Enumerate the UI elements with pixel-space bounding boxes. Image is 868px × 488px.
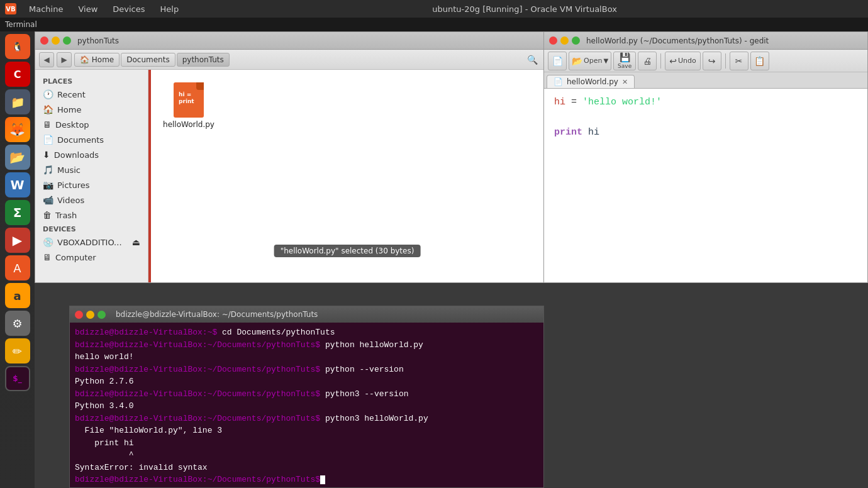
terminal-window: bdizzle@bdizzle-VirtualBox: ~/Documents/… (69, 306, 544, 488)
dock-app-install[interactable]: A (5, 255, 30, 280)
dock-terminal[interactable]: $_ (5, 366, 30, 391)
gedit-new-button[interactable]: 📄 (548, 52, 567, 70)
gedit-toolbar: 📄 📂 Open ▼ 💾 Save 🖨 (544, 50, 867, 72)
eject-icon[interactable]: ⏏ (132, 237, 140, 247)
fm-maximize-button[interactable] (63, 36, 71, 45)
dock-writer[interactable]: W (5, 172, 30, 197)
open-dropdown-icon[interactable]: ▼ (603, 57, 608, 64)
terminal-window-controls (75, 311, 106, 319)
sidebar-computer[interactable]: 🖥Computer (35, 250, 148, 265)
gedit-titlebar: helloWorld.py (~/Documents/pythonTuts) -… (544, 32, 867, 50)
sidebar-documents[interactable]: 📄Documents (35, 132, 148, 147)
gedit-print-button[interactable]: 🖨 (638, 52, 657, 70)
code-equals: = (565, 95, 582, 110)
gedit-minimize-button[interactable] (560, 36, 569, 45)
sidebar-music[interactable]: 🎵Music (35, 162, 148, 177)
sidebar-home[interactable]: 🏠Home (35, 102, 148, 117)
dock-calc[interactable]: Σ (5, 200, 30, 225)
fm-close-button[interactable] (40, 36, 48, 45)
gedit-cut-button[interactable]: ✂ (730, 52, 748, 70)
fm-search-button[interactable]: 🔍 (525, 52, 540, 67)
gedit-open-button[interactable]: 📂 Open ▼ (569, 52, 611, 70)
fm-titlebar: pythonTuts (35, 32, 543, 50)
gedit-window: helloWorld.py (~/Documents/pythonTuts) -… (544, 31, 868, 283)
menu-machine[interactable]: Machine (21, 2, 70, 16)
gedit-tabs: 📄 helloWorld.py ✕ (544, 72, 867, 89)
dock-settings[interactable]: ⚙ (5, 311, 30, 336)
term-line-11: ^ (75, 449, 538, 462)
gedit-redo-button[interactable]: ↪ (703, 52, 721, 70)
gedit-undo-button[interactable]: ↩ Undo (665, 52, 700, 70)
sidebar-pictures[interactable]: 📷Pictures (35, 177, 148, 192)
gedit-title: helloWorld.py (~/Documents/pythonTuts) -… (586, 36, 769, 45)
devices-header: Devices (35, 223, 148, 235)
sidebar-recent[interactable]: 🕐Recent (35, 87, 148, 102)
fm-back-button[interactable]: ◀ (39, 52, 54, 67)
menu-help[interactable]: Help (153, 2, 187, 16)
term-cmd-2: python helloWorld.py (320, 340, 423, 350)
tab-label: helloWorld.py (567, 77, 618, 86)
dock-impress[interactable]: ▶ (5, 228, 30, 253)
file-helloworld[interactable]: hi =print helloWorld.py (164, 82, 214, 129)
gedit-copy-button[interactable]: 📋 (750, 52, 769, 70)
term-prompt-5: bdizzle@bdizzle-VirtualBox:~/Documents/p… (75, 414, 320, 423)
term-print-hi: print hi (75, 438, 134, 448)
fm-forward-button[interactable]: ▶ (57, 52, 72, 67)
redo-icon: ↪ (708, 56, 716, 66)
term-cmd-5: python3 helloWorld.py (320, 414, 428, 423)
breadcrumb-documents[interactable]: Documents (121, 53, 175, 67)
dock-amazon[interactable]: a (5, 283, 30, 308)
print-icon: 🖨 (643, 56, 652, 66)
menu-devices[interactable]: Devices (105, 2, 152, 16)
term-cmd-1: cd Documents/pythonTuts (217, 328, 335, 337)
term-prompt-3: bdizzle@bdizzle-VirtualBox:~/Documents/p… (75, 365, 320, 374)
dock-text-editor[interactable]: ✏ (5, 338, 30, 363)
gedit-editor[interactable]: hi = 'hello world!' print hi (544, 89, 867, 282)
gedit-maximize-button[interactable] (572, 36, 580, 45)
sidebar-trash[interactable]: 🗑Trash (35, 208, 148, 223)
dock-files2[interactable]: 📁 (5, 89, 30, 114)
music-icon: 🎵 (43, 165, 53, 175)
dock-files[interactable]: 📂 (5, 145, 30, 170)
term-line-2: bdizzle@bdizzle-VirtualBox:~/Documents/p… (75, 339, 538, 352)
terminal-maximize-button[interactable] (97, 311, 106, 319)
term-line-1: bdizzle@bdizzle-VirtualBox:~$ cd Documen… (75, 326, 538, 339)
terminal-tab-bar: Terminal (0, 18, 868, 31)
fm-minimize-button[interactable] (52, 36, 60, 45)
term-line-9: File "helloWorld.py", line 3 (75, 424, 538, 437)
terminal-minimize-button[interactable] (86, 311, 94, 319)
gedit-close-button[interactable] (549, 36, 557, 45)
fm-sidebar: Places 🕐Recent 🏠Home 🖥Desktop 📄Documents… (35, 70, 148, 282)
terminal-close-button[interactable] (75, 311, 83, 319)
dock-ubuntu[interactable]: 🐧 (5, 34, 30, 59)
status-text: "helloWorld.py" selected (30 bytes) (274, 245, 421, 257)
fm-body: Places 🕐Recent 🏠Home 🖥Desktop 📄Documents… (35, 70, 543, 282)
gedit-tab-helloworld[interactable]: 📄 helloWorld.py ✕ (547, 75, 635, 88)
sidebar-videos[interactable]: 📹Videos (35, 192, 148, 208)
term-prompt-final: bdizzle@bdizzle-VirtualBox:~/Documents/p… (75, 475, 320, 484)
top-menubar: VB Machine View Devices Help ubuntu-20g … (0, 0, 868, 18)
dock-clamav[interactable]: C (5, 62, 30, 87)
file-manager-window: pythonTuts ◀ ▶ 🏠 Home Documents pythonTu… (35, 31, 544, 283)
term-prompt-1: bdizzle@bdizzle-VirtualBox:~$ (75, 328, 217, 337)
gedit-save-button[interactable]: 💾 Save (613, 52, 636, 70)
dock-firefox[interactable]: 🦊 (5, 117, 30, 142)
documents-icon: 📄 (43, 135, 53, 145)
sidebar-vboxadditions[interactable]: 💿 VBOXADDITIO... ⏏ (35, 235, 148, 250)
menu-view[interactable]: View (70, 2, 105, 16)
terminal-titlebar: bdizzle@bdizzle-VirtualBox: ~/Documents/… (70, 306, 543, 323)
virtualbox-icon: VB (5, 3, 16, 14)
file-name-helloworld: helloWorld.py (163, 120, 214, 129)
undo-icon: ↩ (669, 56, 677, 66)
breadcrumb-pythontuts[interactable]: pythonTuts (177, 53, 230, 67)
tab-close-button[interactable]: ✕ (622, 78, 628, 86)
term-line-7: Python 3.4.0 (75, 400, 538, 413)
sidebar-desktop[interactable]: 🖥Desktop (35, 117, 148, 132)
term-line-4: bdizzle@bdizzle-VirtualBox:~/Documents/p… (75, 363, 538, 376)
sidebar-downloads[interactable]: ⬇Downloads (35, 147, 148, 162)
code-space (582, 125, 588, 140)
term-line-10: print hi (75, 437, 538, 450)
terminal-content[interactable]: bdizzle@bdizzle-VirtualBox:~$ cd Documen… (70, 323, 543, 487)
desktop-icon: 🖥 (43, 119, 52, 130)
breadcrumb-home[interactable]: 🏠 Home (74, 53, 120, 67)
